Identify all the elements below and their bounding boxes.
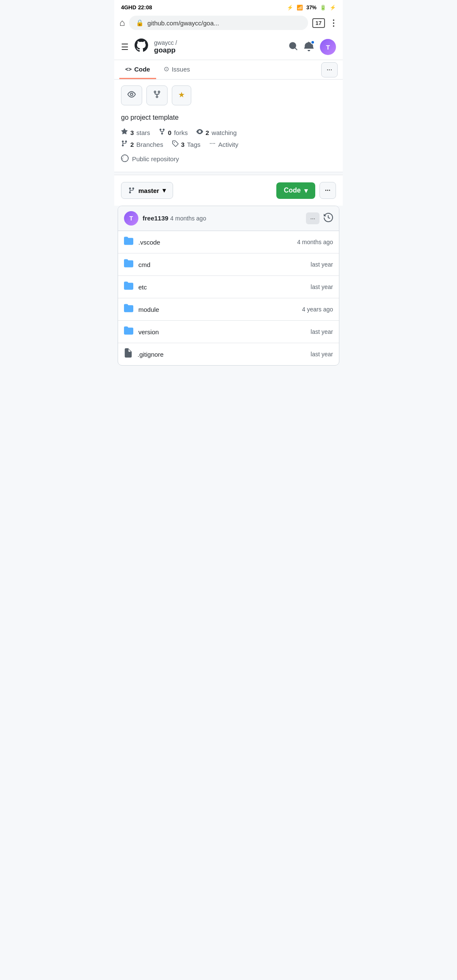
hamburger-button[interactable]: ☰	[121, 42, 129, 52]
battery-level: 37%	[306, 5, 317, 11]
more-options-button[interactable]: ···	[319, 182, 336, 199]
branch-chevron-icon: ▾	[162, 187, 166, 194]
watch-button[interactable]	[121, 85, 142, 105]
charging-icon: ⚡	[330, 5, 336, 11]
watching-label: watching	[212, 129, 237, 136]
tab-count[interactable]: 17	[312, 18, 325, 28]
url-text: github.com/gwaycc/goa...	[147, 19, 219, 27]
activity-label: Activity	[218, 141, 239, 148]
file-name: .gitignore	[138, 351, 306, 358]
bluetooth-icon: ⚡	[287, 5, 293, 11]
tab-more-button[interactable]: ···	[321, 62, 338, 77]
file-tree: T free1139 4 months ago ··· .vscode4 mon…	[118, 206, 339, 366]
file-row[interactable]: versionlast year	[118, 321, 339, 343]
folder-icon	[124, 281, 133, 293]
watching-stat[interactable]: 2 watching	[196, 128, 237, 137]
activity-stat[interactable]: Activity	[209, 140, 239, 149]
commit-header: T free1139 4 months ago ···	[118, 206, 339, 231]
notification-button[interactable]	[304, 41, 314, 53]
notification-dot	[311, 40, 315, 44]
commit-username[interactable]: free1139	[143, 215, 168, 222]
repo-description-section: go project template	[114, 112, 343, 128]
file-icon	[124, 348, 132, 360]
wifi-icon: 📶	[297, 5, 303, 11]
status-bar: 4GHD 22:08 ⚡ 📶 37% 🔋 ⚡	[114, 0, 343, 13]
commit-avatar: T	[124, 211, 138, 226]
tab-issues[interactable]: ⊙ Issues	[158, 60, 196, 79]
visibility-badge: Public repository	[121, 152, 336, 167]
file-row[interactable]: .vscode4 months ago	[118, 231, 339, 253]
watching-icon	[196, 128, 203, 137]
repo-name[interactable]: goapp	[154, 46, 283, 55]
repo-actions: ★	[114, 80, 343, 112]
commit-message-button[interactable]: ···	[306, 212, 319, 224]
file-row[interactable]: cmdlast year	[118, 253, 339, 276]
tags-icon	[172, 140, 179, 149]
forks-stat[interactable]: 0 forks	[159, 128, 188, 137]
avatar: T	[320, 39, 336, 55]
github-header: ☰ gwaycc / goapp T	[114, 34, 343, 60]
file-name: .vscode	[138, 239, 292, 246]
folder-icon	[124, 303, 133, 315]
branch-selector[interactable]: master ▾	[121, 182, 173, 199]
file-time: last year	[311, 284, 333, 290]
search-button[interactable]	[289, 41, 298, 52]
battery-icon: 🔋	[320, 5, 326, 11]
repo-stats: 3 stars 0 forks 2 watching	[114, 128, 343, 172]
watching-count: 2	[206, 129, 209, 136]
file-name: cmd	[138, 261, 306, 268]
file-name: module	[138, 306, 297, 313]
stars-stat[interactable]: 3 stars	[121, 128, 150, 137]
stats-row-1: 3 stars 0 forks 2 watching	[121, 128, 336, 137]
github-logo[interactable]	[135, 39, 148, 55]
star-button[interactable]: ★	[172, 85, 191, 105]
file-name: version	[138, 328, 306, 336]
globe-icon	[121, 154, 129, 163]
url-bar[interactable]: 🔒 github.com/gwaycc/goa...	[129, 16, 308, 30]
folder-icon	[124, 326, 133, 338]
code-chevron-icon: ▾	[304, 187, 308, 195]
fork-button[interactable]	[146, 85, 168, 105]
folder-icon	[124, 236, 133, 248]
commit-info: free1139 4 months ago	[143, 215, 206, 222]
browser-bar: ⌂ 🔒 github.com/gwaycc/goa... 17 ⋮	[114, 13, 343, 34]
repo-description-text: go project template	[121, 114, 336, 121]
home-icon[interactable]: ⌂	[119, 17, 125, 28]
file-time: last year	[311, 351, 333, 358]
folder-icon	[124, 259, 133, 270]
tab-code[interactable]: <> Code	[119, 61, 156, 79]
lock-icon: 🔒	[136, 19, 144, 27]
tags-stat[interactable]: 3 Tags	[172, 140, 201, 149]
branch-area: master ▾ Code ▾ ···	[114, 175, 343, 206]
status-right: ⚡ 📶 37% 🔋 ⚡	[287, 5, 336, 11]
branches-label: Branches	[136, 141, 163, 148]
tags-count: 3	[181, 141, 184, 148]
star-icon	[121, 128, 128, 137]
commit-actions: ···	[306, 212, 333, 224]
tabs-bar: <> Code ⊙ Issues ···	[114, 60, 343, 80]
file-row[interactable]: .gitignorelast year	[118, 343, 339, 365]
file-row[interactable]: module4 years ago	[118, 298, 339, 321]
commit-time: 4 months ago	[170, 215, 206, 222]
browser-menu-icon[interactable]: ⋮	[329, 18, 338, 28]
signal-indicator: 4GHD	[121, 4, 136, 11]
avatar-button[interactable]: T	[320, 39, 336, 55]
visibility-text: Public repository	[132, 155, 179, 162]
branches-stat[interactable]: 2 Branches	[121, 140, 163, 149]
commit-history-button[interactable]	[324, 213, 333, 224]
code-button-label: Code	[284, 187, 301, 194]
branches-count: 2	[130, 141, 134, 148]
file-time: last year	[311, 328, 333, 335]
file-time: last year	[311, 261, 333, 268]
code-dropdown-button[interactable]: Code ▾	[276, 182, 315, 199]
stars-count: 3	[130, 129, 134, 136]
file-time: 4 years ago	[302, 306, 333, 313]
forks-icon	[159, 128, 165, 137]
branch-name: master	[138, 187, 159, 194]
stars-label: stars	[136, 129, 150, 136]
file-row[interactable]: etclast year	[118, 276, 339, 298]
forks-count: 0	[168, 129, 171, 136]
tab-issues-label: Issues	[172, 66, 190, 73]
branches-icon	[121, 140, 128, 149]
tab-code-label: Code	[134, 66, 150, 73]
